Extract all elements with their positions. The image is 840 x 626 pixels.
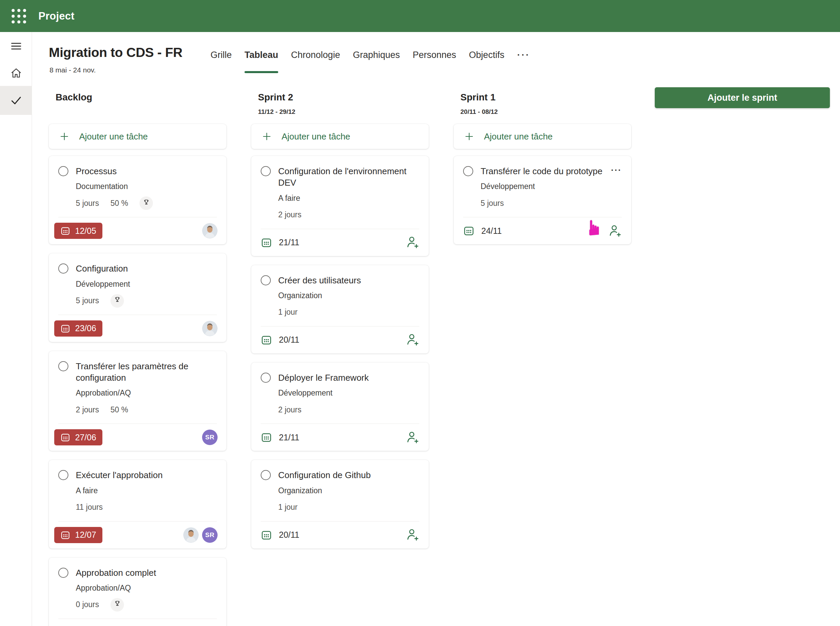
card-footer: 21/11	[251, 229, 429, 256]
task-bucket: Développement	[278, 388, 419, 398]
column-name: Backlog	[56, 92, 226, 103]
due-date-badge-late[interactable]: 23/06	[54, 321, 102, 336]
column-header: Backlog	[49, 92, 226, 124]
tab-graphiques[interactable]: Graphiques	[353, 50, 400, 73]
assignee-avatar-photo[interactable]	[202, 321, 218, 336]
calendar-icon	[261, 529, 272, 541]
page-date-range: 8 mai - 24 nov.	[50, 66, 96, 74]
hamburger-menu-button[interactable]	[0, 36, 32, 56]
column-header: Sprint 2 11/12 - 29/12	[251, 92, 429, 124]
tab-label: Objectifs	[469, 50, 504, 60]
task-complete-checkbox[interactable]	[261, 372, 271, 383]
add-assignee-button[interactable]	[405, 430, 420, 445]
rail-item-tasks-selected[interactable]	[0, 86, 32, 115]
assignee-area	[607, 223, 622, 238]
add-sprint-button[interactable]: Ajouter le sprint	[655, 87, 830, 108]
assignee-avatar-photo[interactable]	[183, 527, 199, 543]
sprint-board: Backlog Ajouter une tâche Processus Docu…	[49, 92, 631, 626]
person-add-icon	[406, 527, 420, 542]
task-meta-row: 1 jour	[278, 501, 419, 514]
tab-personnes[interactable]: Personnes	[412, 50, 456, 73]
task-title-row: Exécuter l'approbation	[49, 470, 226, 481]
tabs-overflow-button[interactable]: ···	[517, 50, 530, 73]
tab-grille[interactable]: Grille	[211, 50, 232, 73]
task-card[interactable]: Configuration de Github Organization 1 j…	[251, 460, 429, 548]
task-card[interactable]: Transférer le code du prototype ··· Déve…	[454, 156, 631, 244]
task-complete-checkbox[interactable]	[58, 361, 69, 371]
task-bucket: Organization	[278, 486, 419, 495]
tab-label: Chronologie	[291, 50, 340, 60]
card-footer: 23/06	[49, 315, 226, 342]
task-complete-checkbox[interactable]	[58, 470, 69, 480]
task-title-row: Approbation complet	[49, 567, 226, 579]
task-card[interactable]: Approbation complet Approbation/AQ 0 jou…	[49, 558, 226, 626]
add-assignee-button[interactable]	[405, 333, 420, 347]
calendar-icon	[60, 432, 70, 442]
due-date-badge[interactable]: 20/11	[261, 334, 300, 346]
task-card[interactable]: Configuration Développement 5 jours 23/0…	[49, 254, 226, 342]
tab-chronologie[interactable]: Chronologie	[291, 50, 340, 73]
task-meta-row: 5 jours	[481, 196, 622, 210]
calendar-icon	[261, 237, 272, 248]
add-assignee-button[interactable]	[405, 527, 420, 542]
task-card[interactable]: Transférer les paramètres de configurati…	[49, 351, 226, 451]
task-meta-row: 2 jours	[278, 403, 419, 416]
task-complete-checkbox[interactable]	[261, 166, 271, 176]
person-add-icon	[406, 235, 420, 250]
due-date: 23/06	[75, 324, 96, 333]
add-task-button[interactable]: Ajouter une tâche	[49, 124, 226, 149]
ellipsis-icon: ···	[517, 50, 530, 60]
add-assignee-button[interactable]	[405, 235, 420, 250]
task-percent-complete: 50 %	[111, 405, 128, 415]
task-complete-checkbox[interactable]	[463, 166, 473, 176]
task-card[interactable]: Créer des utilisateurs Organization 1 jo…	[251, 265, 429, 354]
tab-objectifs[interactable]: Objectifs	[469, 50, 504, 73]
task-card[interactable]: Processus Documentation 5 jours 50 % 12/…	[49, 156, 226, 244]
task-title: Exécuter l'approbation	[76, 470, 217, 481]
add-task-button[interactable]: Ajouter une tâche	[251, 124, 429, 149]
due-date-badge[interactable]: 20/11	[261, 529, 300, 541]
waffle-icon[interactable]	[9, 7, 28, 26]
assignee-avatar-photo[interactable]	[202, 223, 218, 239]
card-footer: 12/07 SR	[49, 521, 226, 549]
task-complete-checkbox[interactable]	[58, 166, 69, 176]
assignee-avatar-initials[interactable]: SR	[202, 527, 218, 543]
task-bucket: Développement	[481, 182, 622, 191]
task-card[interactable]: Exécuter l'approbation A faire 11 jours …	[49, 460, 226, 548]
task-title: Déployer le Framework	[278, 372, 419, 383]
due-date-badge[interactable]: 21/11	[261, 237, 300, 248]
home-button[interactable]	[0, 63, 32, 83]
task-menu-button[interactable]: ···	[611, 166, 622, 175]
due-date-badge-late[interactable]: 27/06	[54, 429, 102, 445]
column-date-range: 11/12 - 29/12	[258, 108, 429, 116]
assignee-avatar-initials[interactable]: SR	[202, 430, 218, 445]
due-date: 27/06	[75, 433, 96, 442]
tab-label: Graphiques	[353, 50, 400, 60]
milestone-chip	[111, 294, 124, 308]
board-column: Sprint 1 20/11 - 08/12 Ajouter une tâche…	[454, 92, 631, 626]
trophy-icon	[114, 296, 121, 305]
task-bucket: A faire	[76, 486, 217, 495]
column-header: Sprint 1 20/11 - 08/12	[454, 92, 631, 124]
due-date-badge[interactable]: 24/11	[463, 225, 502, 236]
tab-tableau[interactable]: Tableau	[245, 50, 278, 73]
task-complete-checkbox[interactable]	[58, 568, 69, 578]
due-date-badge[interactable]: 21/11	[261, 432, 300, 443]
add-task-button[interactable]: Ajouter une tâche	[454, 124, 631, 149]
task-complete-checkbox[interactable]	[261, 275, 271, 285]
assignee-area	[405, 430, 420, 445]
due-date-badge-late[interactable]: 12/05	[54, 223, 102, 239]
card-footer: 21/11	[251, 424, 429, 451]
board-column: Sprint 2 11/12 - 29/12 Ajouter une tâche…	[251, 92, 429, 626]
add-assignee-button[interactable]	[607, 223, 622, 238]
task-bucket: Développement	[76, 280, 217, 289]
assignee-area: SR	[183, 527, 218, 543]
task-card[interactable]: Déployer le Framework Développement 2 jo…	[251, 363, 429, 451]
task-meta-row: 0 jours	[76, 598, 217, 612]
task-complete-checkbox[interactable]	[261, 470, 271, 480]
page-title: Migration to CDS - FR	[49, 45, 183, 60]
column-date-range: 20/11 - 08/12	[461, 108, 631, 116]
task-complete-checkbox[interactable]	[58, 263, 69, 274]
due-date-badge-late[interactable]: 12/07	[54, 527, 102, 543]
task-card[interactable]: Configuration de l'environnement DEV A f…	[251, 156, 429, 256]
